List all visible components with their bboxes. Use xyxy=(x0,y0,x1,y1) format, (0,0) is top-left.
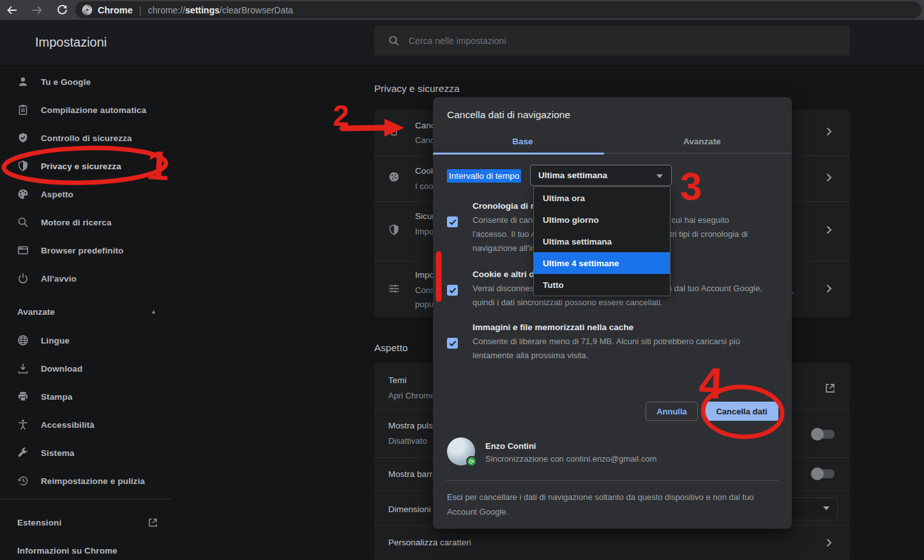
settings-header: Impostazioni xyxy=(0,20,924,66)
sidebar: Tu e Google Compilazione automatica Cont… xyxy=(0,66,172,560)
sidebar-item-reimpostazione[interactable]: Reimpostazione e pulizia xyxy=(0,467,172,495)
menu-option-ultima-ora[interactable]: Ultima ora xyxy=(534,187,670,209)
sidebar-item-label: Download xyxy=(41,364,82,374)
account-name: Enzo Contini xyxy=(485,441,656,451)
search-icon xyxy=(17,216,29,228)
palette-icon xyxy=(17,188,29,200)
sidebar-item-tu-e-google[interactable]: Tu e Google xyxy=(0,68,172,96)
tab-avanzate[interactable]: Avanzate xyxy=(612,131,792,153)
menu-option-ultima-settimana[interactable]: Ultima settimana xyxy=(534,231,670,252)
search-input[interactable] xyxy=(409,36,792,46)
address-bar[interactable]: Chrome | chrome://settings/clearBrowserD… xyxy=(75,1,921,19)
sidebar-item-sistema[interactable]: Sistema xyxy=(0,439,172,467)
accessibility-icon xyxy=(17,419,29,430)
back-button[interactable] xyxy=(0,0,24,20)
shield-check-icon xyxy=(17,132,29,144)
chevron-right-icon xyxy=(826,538,832,547)
sidebar-item-informazioni[interactable]: Informazioni su Chrome xyxy=(0,536,172,560)
sidebar-item-label: Aspetto xyxy=(41,190,73,199)
search-icon xyxy=(388,35,400,47)
sidebar-item-aspetto[interactable]: Aspetto xyxy=(0,180,172,208)
download-icon xyxy=(17,363,29,374)
sidebar-item-label: Motore di ricerca xyxy=(41,218,111,227)
sidebar-item-label: Stampa xyxy=(41,392,72,402)
chrome-logo-icon xyxy=(82,4,93,15)
sidebar-item-label: Accessibilità xyxy=(41,420,95,430)
chevron-right-icon xyxy=(826,127,832,136)
sidebar-item-privacy-sicurezza[interactable]: Privacy e sicurezza xyxy=(0,152,172,180)
sidebar-item-download[interactable]: Download xyxy=(0,354,172,382)
time-range-menu: Ultima ora Ultimo giorno Ultima settiman… xyxy=(533,186,670,296)
account-sync-status: Sincronizzazione con contini.enzo@gmail.… xyxy=(485,454,656,464)
settings-search[interactable] xyxy=(374,26,850,56)
menu-option-ultime-4-settimane[interactable]: Ultime 4 settimane xyxy=(534,252,670,274)
sidebar-advanced-label: Avanzate xyxy=(17,307,55,317)
signout-note: Esci per cancellare i dati di navigazion… xyxy=(447,490,774,519)
cookies-checkbox[interactable] xyxy=(447,285,458,296)
sync-badge-icon: ⟳ xyxy=(466,456,477,467)
chevron-up-icon: ▲ xyxy=(151,308,156,315)
external-link-icon xyxy=(148,518,158,527)
sidebar-item-label: Estensioni xyxy=(17,518,61,527)
sidebar-item-allavvio[interactable]: All'avvio xyxy=(0,264,172,292)
browser-icon xyxy=(17,245,29,256)
check-icon xyxy=(449,219,457,225)
dialog-title: Cancella dati di navigazione xyxy=(447,109,570,121)
sidebar-item-lingue[interactable]: Lingue xyxy=(0,326,172,354)
browser-topbar: Chrome | chrome://settings/clearBrowserD… xyxy=(0,0,924,20)
sidebar-item-motore-ricerca[interactable]: Motore di ricerca xyxy=(0,208,172,236)
sidebar-item-label: Browser predefinito xyxy=(41,246,123,255)
chevron-down-icon xyxy=(656,174,663,178)
wrench-icon xyxy=(17,447,29,458)
dialog-divider xyxy=(446,480,779,481)
chevron-right-icon xyxy=(826,225,832,234)
account-row: ⟳ Enzo Contini Sincronizzazione con cont… xyxy=(447,437,656,465)
shield-icon xyxy=(17,160,29,172)
sidebar-item-stampa[interactable]: Stampa xyxy=(0,382,172,411)
shield-icon xyxy=(388,224,400,236)
sidebar-item-label: Sistema xyxy=(41,448,74,458)
toggle-knob xyxy=(811,467,824,480)
sidebar-item-label: Reimpostazione e pulizia xyxy=(41,476,145,486)
menu-option-tutto[interactable]: Tutto xyxy=(534,274,670,296)
browsing-history-checkbox[interactable] xyxy=(447,216,458,227)
chevron-right-icon xyxy=(826,173,832,182)
menu-option-ultimo-giorno[interactable]: Ultimo giorno xyxy=(534,209,670,231)
url-divider: | xyxy=(139,4,142,15)
sidebar-item-accessibilita[interactable]: Accessibilità xyxy=(0,411,172,439)
time-range-select[interactable]: Ultima settimana xyxy=(530,165,672,186)
sidebar-item-label: Lingue xyxy=(41,336,70,345)
sidebar-item-label: Tu e Google xyxy=(41,77,91,87)
sidebar-divider xyxy=(0,499,172,499)
active-tab-underline xyxy=(433,153,604,155)
sidebar-item-label: Controllo di sicurezza xyxy=(41,133,132,143)
sidebar-item-estensioni[interactable]: Estensioni xyxy=(0,508,172,536)
reload-button[interactable] xyxy=(50,0,74,20)
tab-base[interactable]: Base xyxy=(433,131,612,153)
chrome-settings-screen: Chrome | chrome://settings/clearBrowserD… xyxy=(0,0,924,560)
avatar: ⟳ xyxy=(447,437,475,465)
sidebar-item-label: Compilazione automatica xyxy=(41,105,146,115)
check-icon xyxy=(449,287,457,294)
time-range-label: Intervallo di tempo xyxy=(447,169,521,183)
sidebar-item-browser-predefinito[interactable]: Browser predefinito xyxy=(0,236,172,264)
sidebar-item-compilazione[interactable]: Compilazione automatica xyxy=(0,96,172,124)
cookie-icon xyxy=(388,171,400,183)
printer-icon xyxy=(17,391,29,402)
cached-files-checkbox[interactable] xyxy=(447,338,458,349)
cancel-button[interactable]: Annulla xyxy=(646,402,698,421)
bookmarks-bar-toggle[interactable] xyxy=(813,469,835,478)
signout-link[interactable]: Esci xyxy=(447,492,463,502)
time-range-value: Ultima settimana xyxy=(538,170,607,180)
home-button-toggle[interactable] xyxy=(813,430,835,439)
delete-icon xyxy=(388,125,400,137)
sidebar-item-label: Informazioni su Chrome xyxy=(17,546,117,556)
forward-button[interactable] xyxy=(25,0,49,20)
external-link-icon xyxy=(825,383,835,393)
history-icon xyxy=(17,475,29,487)
clear-data-button[interactable]: Cancella dati xyxy=(705,402,778,421)
sidebar-advanced-toggle[interactable]: Avanzate ▲ xyxy=(0,298,172,326)
sidebar-item-label: All'avvio xyxy=(41,274,77,284)
toggle-knob xyxy=(811,428,824,441)
sidebar-item-controllo-sicurezza[interactable]: Controllo di sicurezza xyxy=(0,124,172,152)
